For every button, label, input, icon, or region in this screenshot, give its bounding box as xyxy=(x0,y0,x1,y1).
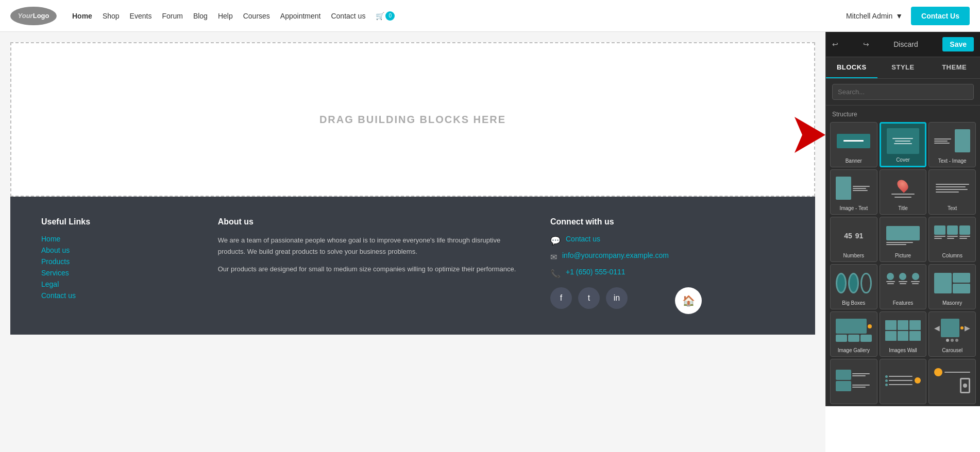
block-image-text[interactable]: Image - Text xyxy=(830,169,877,215)
block-features[interactable]: Features xyxy=(880,264,927,309)
footer-link-products[interactable]: Products xyxy=(41,257,197,266)
block-text-image[interactable]: Text - Image xyxy=(928,122,976,167)
block-cover-label: Cover xyxy=(896,157,910,163)
block-carousel-preview: ◀ ▶ xyxy=(931,315,973,345)
tab-style[interactable]: STYLE xyxy=(877,57,929,78)
drag-text: DRAG BUILDING BLOCKS HERE xyxy=(319,114,506,126)
logo[interactable]: YourLogo xyxy=(10,7,57,25)
undo-button[interactable]: ↩ xyxy=(832,40,838,48)
footer-link-legal[interactable]: Legal xyxy=(41,280,197,288)
user-info[interactable]: Mitchell Admin ▼ xyxy=(846,12,903,20)
home-button[interactable]: 🏠 xyxy=(675,287,702,314)
block-16[interactable] xyxy=(830,359,877,404)
block-picture-preview xyxy=(882,220,924,251)
nav-home[interactable]: Home xyxy=(72,12,92,20)
block-title[interactable]: Title xyxy=(880,169,927,215)
logo-image: YourLogo xyxy=(10,7,57,25)
main-area: DRAG BUILDING BLOCKS HERE Useful Links H… xyxy=(0,32,980,452)
block-picture[interactable]: Picture xyxy=(880,217,927,262)
block-big-boxes[interactable]: Big Boxes xyxy=(830,264,877,309)
blocks-grid: Banner Cover xyxy=(826,120,980,406)
save-button[interactable]: Save xyxy=(942,37,974,51)
facebook-button[interactable]: f xyxy=(550,287,572,309)
footer-connect: Connect with us 💬 Contact us ✉ info@your… xyxy=(550,217,784,314)
nav-courses[interactable]: Courses xyxy=(243,12,270,20)
twitter-button[interactable]: t xyxy=(578,287,600,309)
footer-link-home[interactable]: Home xyxy=(41,235,197,243)
linkedin-button[interactable]: in xyxy=(606,287,628,309)
footer-useful-links: Useful Links Home About us Products Serv… xyxy=(41,217,197,314)
block-carousel[interactable]: ◀ ▶ Carousel xyxy=(928,311,976,357)
header: YourLogo Home Shop Events Forum Blog Hel… xyxy=(0,0,980,32)
block-text-image-preview xyxy=(931,126,973,156)
footer-link-about[interactable]: About us xyxy=(41,246,197,254)
contact-button[interactable]: Contact Us xyxy=(911,7,970,25)
email-icon: ✉ xyxy=(550,252,557,262)
block-banner-preview xyxy=(833,126,875,156)
nav-appointment[interactable]: Appointment xyxy=(280,12,321,20)
page-footer: Useful Links Home About us Products Serv… xyxy=(10,197,815,335)
block-columns[interactable]: Columns xyxy=(928,217,976,262)
block-image-text-preview xyxy=(833,173,875,203)
block-18[interactable] xyxy=(928,359,976,404)
nav-help[interactable]: Help xyxy=(218,12,233,20)
user-name: Mitchell Admin xyxy=(846,12,892,20)
phone-icon: 📞 xyxy=(550,269,561,279)
block-numbers-label: Numbers xyxy=(843,253,865,258)
block-image-gallery-preview xyxy=(833,315,875,345)
main-nav: Home Shop Events Forum Blog Help Courses… xyxy=(72,11,846,21)
nav-forum[interactable]: Forum xyxy=(162,12,182,20)
block-text-label: Text xyxy=(948,205,957,211)
block-text[interactable]: Text xyxy=(928,169,976,215)
block-numbers[interactable]: 45 91 Numbers xyxy=(830,217,877,262)
user-dropdown-icon[interactable]: ▼ xyxy=(895,12,903,20)
block-cover[interactable]: Cover xyxy=(880,122,927,167)
discard-button[interactable]: Discard xyxy=(893,40,918,48)
footer-link-services[interactable]: Services xyxy=(41,269,197,277)
block-images-wall-label: Images Wall xyxy=(889,347,917,353)
cart-badge: 0 xyxy=(385,11,395,21)
connect-email-link[interactable]: info@yourcompany.example.com xyxy=(562,251,669,259)
connect-contact[interactable]: 💬 Contact us xyxy=(550,235,784,246)
social-icons: f t in 🏠 xyxy=(550,287,784,314)
footer-about: About us We are a team of passionate peo… xyxy=(218,217,530,314)
search-input[interactable] xyxy=(832,84,974,100)
connect-phone[interactable]: 📞 +1 (650) 555-0111 xyxy=(550,268,784,279)
panel-top-bar: ↩ ↪ Discard Save xyxy=(826,32,980,57)
header-right: Mitchell Admin ▼ Contact Us xyxy=(846,7,970,25)
connect-email[interactable]: ✉ info@yourcompany.example.com xyxy=(550,251,784,263)
nav-contact[interactable]: Contact us xyxy=(331,12,365,20)
block-carousel-label: Carousel xyxy=(942,347,962,353)
structure-label: Structure xyxy=(826,106,980,120)
block-banner[interactable]: Banner xyxy=(830,122,877,167)
block-images-wall-preview xyxy=(882,315,924,345)
block-title-preview xyxy=(882,173,924,203)
tab-theme[interactable]: THEME xyxy=(928,57,980,78)
block-big-boxes-preview xyxy=(833,268,875,298)
nav-shop[interactable]: Shop xyxy=(103,12,120,20)
block-columns-label: Columns xyxy=(942,253,962,258)
connect-phone-link[interactable]: +1 (650) 555-0111 xyxy=(566,268,626,276)
block-text-image-label: Text - Image xyxy=(938,158,967,164)
nav-events[interactable]: Events xyxy=(130,12,152,20)
block-16-preview xyxy=(833,362,875,398)
connect-contact-link[interactable]: Contact us xyxy=(566,235,600,243)
block-columns-preview xyxy=(931,220,973,251)
panel-search xyxy=(826,79,980,106)
cart[interactable]: 🛒0 xyxy=(376,11,395,21)
tab-blocks[interactable]: BLOCKS xyxy=(826,57,877,78)
connect-title: Connect with us xyxy=(550,217,784,227)
drag-zone[interactable]: DRAG BUILDING BLOCKS HERE xyxy=(10,42,815,197)
footer-link-contact[interactable]: Contact us xyxy=(41,291,197,300)
right-panel-wrapper: ↩ ↪ Discard Save BLOCKS STYLE THEME Stru… xyxy=(825,32,980,452)
block-image-gallery[interactable]: Image Gallery xyxy=(830,311,877,357)
block-17[interactable] xyxy=(880,359,927,404)
right-panel: ↩ ↪ Discard Save BLOCKS STYLE THEME Stru… xyxy=(825,32,980,406)
nav-blog[interactable]: Blog xyxy=(193,12,208,20)
block-features-preview xyxy=(882,268,924,298)
redo-button[interactable]: ↪ xyxy=(863,40,869,48)
block-masonry[interactable]: Masonry xyxy=(928,264,976,309)
block-images-wall[interactable]: Images Wall xyxy=(880,311,927,357)
block-banner-label: Banner xyxy=(846,158,862,164)
block-18-preview xyxy=(931,362,973,398)
